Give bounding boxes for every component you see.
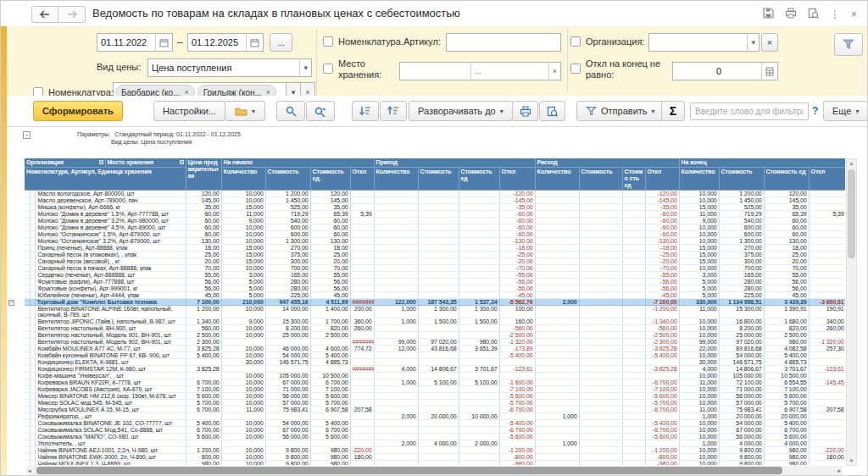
value-cell[interactable]: 10,000 xyxy=(679,454,719,461)
value-cell[interactable]: 980,00 xyxy=(310,447,350,454)
value-cell[interactable] xyxy=(350,393,374,400)
price-type-select[interactable]: Цена поступления ▾ xyxy=(147,58,312,77)
value-cell[interactable] xyxy=(418,204,459,211)
collapse-all-icon[interactable]: − xyxy=(23,131,31,139)
value-cell[interactable] xyxy=(579,285,622,292)
table-row[interactable]: Молоко "Домик в деревне" 1.5%, Арт-77778… xyxy=(8,211,845,218)
nomenclature-cell[interactable]: Юбилейное (печенье), Арт-4444, упак xyxy=(35,292,186,299)
value-cell[interactable]: -5 400,00 xyxy=(499,352,535,359)
value-cell[interactable] xyxy=(350,279,374,285)
value-cell[interactable] xyxy=(535,272,579,279)
value-cell[interactable]: 980,00 xyxy=(764,339,809,346)
value-cell[interactable]: 4 000,00 xyxy=(719,440,764,447)
nomenclature-cell[interactable]: Вентилятор настольный, Модель 902, ВН-90… xyxy=(35,339,186,346)
table-row[interactable]: Фруктовые (вафли), Арт-777888, шт56,005,… xyxy=(8,279,845,285)
value-cell[interactable] xyxy=(535,238,579,245)
value-cell[interactable]: -173,89 xyxy=(499,346,535,352)
value-cell[interactable]: -6 700,00 xyxy=(499,427,535,434)
table-row[interactable]: Соковыжималка "МАПО", СО-980, шт5 600,00… xyxy=(8,434,845,440)
value-cell[interactable]: -1 340,00 xyxy=(645,318,679,325)
value-cell[interactable] xyxy=(535,359,579,366)
kebab-menu-icon[interactable]: ⋮ xyxy=(830,8,840,20)
nomenclature-cell[interactable]: Сахарный песок в пачках, Арт-88888, упак xyxy=(35,265,186,272)
value-cell[interactable] xyxy=(535,352,579,359)
value-cell[interactable] xyxy=(622,461,645,466)
storage-checkbox[interactable] xyxy=(323,64,333,74)
table-row[interactable]: Рефрижиратор, , шт2,00020 000,0010 000,0… xyxy=(8,413,845,420)
value-cell[interactable] xyxy=(350,218,374,224)
value-cell[interactable] xyxy=(622,285,645,292)
value-cell[interactable] xyxy=(809,352,845,359)
value-cell[interactable] xyxy=(499,359,535,366)
table-row[interactable]: Соковыжималка BINATONE JE 102, СО-77777,… xyxy=(8,420,845,427)
value-cell[interactable]: 1 390,91 xyxy=(764,306,809,318)
value-cell[interactable] xyxy=(418,393,459,400)
value-cell[interactable]: ####### xyxy=(350,339,374,346)
nomenclature-cell[interactable]: Кофеварка BRAUN KF22R, К-7778, шт xyxy=(35,379,186,386)
value-cell[interactable]: 25,00 xyxy=(764,252,809,258)
value-cell[interactable]: -55,00 xyxy=(499,272,535,279)
value-cell[interactable] xyxy=(809,231,845,238)
column-header-organization[interactable]: Организация xyxy=(25,158,105,168)
value-cell[interactable]: 5 600,00 xyxy=(764,393,809,400)
chevron-down-icon[interactable]: ▾ xyxy=(299,59,308,76)
value-cell[interactable]: 1 537,24 xyxy=(459,299,499,306)
value-cell[interactable] xyxy=(265,413,310,420)
value-cell[interactable] xyxy=(350,285,374,292)
value-cell[interactable] xyxy=(459,352,499,359)
column-subheader[interactable]: Стоимость ед xyxy=(764,168,809,191)
value-cell[interactable]: 11,000 xyxy=(221,211,265,218)
value-cell[interactable]: 10,000 xyxy=(221,197,265,204)
column-header-price[interactable]: Цена предварительная xyxy=(186,158,221,191)
collapse-groups-button[interactable] xyxy=(352,101,379,121)
value-cell[interactable]: 207,58 xyxy=(809,407,845,413)
value-cell[interactable]: 540,00 xyxy=(265,218,310,224)
value-cell[interactable] xyxy=(622,339,645,346)
value-cell[interactable]: 65,39 xyxy=(764,211,809,218)
table-row[interactable]: Соковыжималка SOLAC Мод.541, Со-8888, шт… xyxy=(8,427,845,434)
value-cell[interactable]: 60,00 xyxy=(186,224,221,231)
value-cell[interactable]: -60,00 xyxy=(645,218,679,224)
value-cell[interactable]: 5 600,00 xyxy=(186,393,221,400)
search-next-button[interactable] xyxy=(306,101,335,121)
value-cell[interactable]: -800,00 xyxy=(499,454,535,461)
value-cell[interactable] xyxy=(459,400,499,407)
value-cell[interactable] xyxy=(535,366,579,373)
value-cell[interactable]: 5 600,00 xyxy=(310,393,350,400)
value-cell[interactable] xyxy=(622,191,645,197)
value-cell[interactable]: 1,000 xyxy=(374,306,418,318)
nomenclature-cell[interactable]: Молоко "Домик в деревне" 4.5%, Арт-89000… xyxy=(35,224,186,231)
value-cell[interactable]: -1 200,00 xyxy=(499,447,535,454)
nomenclature-cell[interactable]: Кондиционер FIRMSTAR 12М, К-980, шт xyxy=(35,366,186,373)
value-cell[interactable]: 60,00 xyxy=(764,224,809,231)
value-cell[interactable]: 160,00 xyxy=(499,318,535,325)
value-cell[interactable]: 719,29 xyxy=(719,211,764,218)
table-row[interactable]: Сахарный песок (в упаковках), , упак25,0… xyxy=(8,252,845,258)
value-cell[interactable] xyxy=(310,339,350,346)
value-cell[interactable]: 1 300,00 xyxy=(459,306,499,318)
value-cell[interactable]: 600,00 xyxy=(719,224,764,231)
value-cell[interactable] xyxy=(459,279,499,285)
value-cell[interactable]: 774,72 xyxy=(350,346,374,352)
table-row[interactable]: Уплотнитель, , шт2,0004 000,002 000,001,… xyxy=(8,440,845,447)
value-cell[interactable] xyxy=(310,440,350,447)
value-cell[interactable]: 145,00 xyxy=(764,197,809,204)
value-cell[interactable]: 210,000 xyxy=(221,299,265,306)
table-row[interactable]: Сердечко (печенье), Арт-888888, шт55,003… xyxy=(8,272,845,279)
value-cell[interactable]: -980,00 xyxy=(499,461,535,466)
settings-button[interactable]: Настройки... xyxy=(153,101,225,121)
value-cell[interactable]: 14 806,67 xyxy=(719,366,764,373)
value-cell[interactable]: -145,00 xyxy=(645,197,679,204)
value-cell[interactable] xyxy=(374,420,418,427)
value-cell[interactable] xyxy=(459,325,499,332)
value-cell[interactable] xyxy=(535,379,579,386)
value-cell[interactable] xyxy=(579,447,622,454)
value-cell[interactable] xyxy=(374,191,418,197)
value-cell[interactable]: 5 400,00 xyxy=(764,352,809,359)
column-subheader[interactable]: Откл xyxy=(809,168,845,191)
value-cell[interactable] xyxy=(459,231,499,238)
column-subheader[interactable]: Откл xyxy=(645,168,679,191)
value-cell[interactable] xyxy=(265,339,310,346)
value-cell[interactable]: 5,000 xyxy=(221,292,265,299)
value-cell[interactable]: 75 983,41 xyxy=(719,407,764,413)
